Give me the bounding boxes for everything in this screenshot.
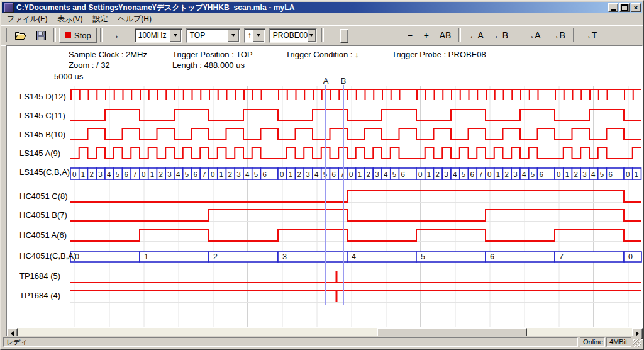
channel-label: LS145(C,B,A) [19, 167, 70, 178]
svg-text:2: 2 [574, 171, 578, 178]
svg-text:2: 2 [367, 171, 370, 178]
channel-label: TP1684 (4) [19, 290, 60, 302]
svg-text:6: 6 [125, 171, 128, 178]
svg-text:5: 5 [392, 171, 396, 178]
svg-text:5: 5 [323, 171, 327, 178]
channel-label: HC4051(C,B,A) [19, 251, 76, 262]
svg-text:0: 0 [418, 171, 422, 178]
svg-text:5: 5 [254, 171, 258, 178]
svg-text:4: 4 [314, 171, 319, 178]
svg-text:4: 4 [453, 171, 457, 178]
channel-label: LS145 B(10) [19, 129, 65, 140]
online-status: Online [583, 338, 603, 346]
wave-hc4051-a-6- [70, 230, 641, 241]
svg-text:3: 3 [375, 171, 379, 178]
svg-text:3: 3 [282, 252, 287, 261]
svg-text:1: 1 [358, 171, 362, 178]
svg-text:4: 4 [176, 171, 180, 178]
channel-label: HC4051 C(8) [19, 191, 68, 202]
wave-hc4051-b-7- [70, 210, 641, 221]
arrow-right-icon [636, 331, 641, 336]
svg-text:0: 0 [280, 171, 284, 178]
memory-size: 4MBit [609, 338, 627, 346]
svg-text:2: 2 [228, 171, 232, 178]
svg-text:0: 0 [626, 171, 630, 178]
svg-text:2: 2 [436, 171, 440, 178]
svg-text:6: 6 [332, 171, 336, 178]
svg-text:3: 3 [444, 171, 448, 178]
svg-text:6: 6 [194, 171, 197, 178]
svg-text:5: 5 [116, 171, 119, 178]
svg-text:4: 4 [352, 252, 356, 261]
svg-text:1: 1 [150, 171, 154, 178]
svg-text:1: 1 [289, 171, 292, 178]
svg-text:0: 0 [349, 171, 353, 178]
svg-text:1: 1 [565, 171, 569, 178]
svg-text:5: 5 [600, 171, 604, 178]
svg-text:0: 0 [211, 171, 214, 178]
svg-text:1: 1 [427, 171, 431, 178]
svg-text:1: 1 [635, 171, 638, 178]
svg-text:6: 6 [540, 171, 543, 178]
svg-text:3: 3 [513, 171, 517, 178]
svg-text:4: 4 [591, 171, 596, 178]
svg-text:5: 5 [421, 252, 425, 261]
svg-text:0: 0 [142, 171, 145, 178]
online-status-pane: Online [580, 337, 605, 347]
waveform-canvas[interactable]: 0123456701234567012345601234567012345601… [1, 1, 644, 350]
wave-hc4051-c-b-a-: 012345670 [70, 252, 641, 262]
svg-text:7: 7 [479, 171, 482, 178]
svg-text:2: 2 [297, 171, 301, 178]
app-window: C:¥Documents and Settings¥noname¥デスクトップ¥… [0, 0, 644, 350]
wave-ls145-a-9- [70, 147, 641, 159]
resize-grip[interactable] [633, 339, 641, 347]
svg-text:4: 4 [245, 171, 250, 178]
wave-ls145-c-b-a-: 0123456701234567012345601234567012345601… [70, 168, 641, 179]
svg-text:0: 0 [557, 171, 560, 178]
wave-hc4051-c-8- [70, 191, 641, 202]
svg-text:0: 0 [72, 171, 76, 178]
status-bar: レディ Online 4MBit [3, 336, 641, 347]
svg-text:4: 4 [384, 171, 388, 178]
channel-label: LS145 A(9) [19, 148, 60, 159]
svg-text:2: 2 [159, 171, 163, 178]
svg-text:0: 0 [487, 171, 491, 178]
svg-text:2: 2 [505, 171, 509, 178]
svg-text:6: 6 [609, 171, 613, 178]
wave-tp1684-5- [70, 271, 641, 283]
svg-text:3: 3 [236, 171, 240, 178]
svg-text:3: 3 [98, 171, 102, 178]
svg-text:7: 7 [133, 171, 136, 178]
status-message-pane: レディ [3, 337, 578, 347]
memory-size-pane: 4MBit [606, 337, 631, 347]
svg-text:4: 4 [522, 171, 526, 178]
channel-label: TP1684 (5) [19, 271, 60, 282]
svg-text:3: 3 [167, 171, 171, 178]
svg-text:1: 1 [219, 171, 223, 178]
status-text: レディ [6, 337, 28, 347]
svg-text:1: 1 [496, 171, 500, 178]
channel-label: HC4051 B(7) [19, 210, 67, 221]
svg-text:2: 2 [90, 171, 94, 178]
waveform-overlay: Sample Clock : 2MHz Trigger Position : T… [1, 1, 644, 350]
svg-text:1: 1 [81, 171, 85, 178]
svg-text:5: 5 [185, 171, 189, 178]
svg-text:7: 7 [202, 171, 206, 178]
svg-text:2: 2 [213, 252, 218, 261]
arrow-left-icon [8, 331, 14, 336]
svg-text:5: 5 [462, 171, 465, 178]
svg-text:6: 6 [470, 171, 474, 178]
svg-text:1: 1 [144, 252, 148, 261]
svg-text:6: 6 [263, 171, 267, 178]
wave-tp1684-4- [70, 290, 641, 302]
svg-text:3: 3 [306, 171, 309, 178]
wave-ls145-d-12- [70, 89, 641, 100]
wave-ls145-c-11- [70, 110, 641, 121]
wave-ls145-b-10- [70, 128, 641, 140]
svg-text:7: 7 [559, 252, 564, 261]
svg-text:3: 3 [582, 171, 586, 178]
svg-text:6: 6 [401, 171, 405, 178]
svg-text:0: 0 [628, 252, 633, 261]
channel-label: LS145 D(12) [19, 91, 66, 103]
channel-label: HC4051 A(6) [19, 230, 67, 241]
